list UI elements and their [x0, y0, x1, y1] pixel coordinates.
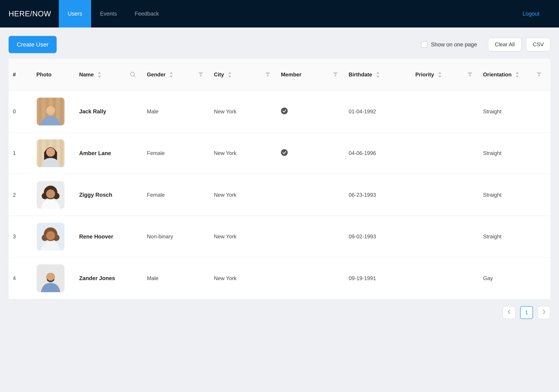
logout-link[interactable]: Logout — [522, 11, 539, 17]
main-content: Create User Show on one page Clear All C… — [0, 27, 559, 319]
chevron-right-icon — [541, 309, 547, 315]
cell-photo — [30, 139, 73, 167]
cell-photo — [30, 181, 73, 209]
cell-city: New York — [207, 109, 274, 115]
app-logo: HERE/NOW — [0, 0, 59, 27]
table-row: 2 Ziggy Rosch Female New York 06-23-1993… — [9, 174, 550, 216]
table-row: 4 Zander Jones Male New York 09-19-1991 … — [9, 258, 550, 300]
page-1-button[interactable]: 1 — [520, 306, 533, 319]
column-header-priority: Priority — [409, 59, 477, 91]
table-row: 0 Jack Rally Male New York 01-04-1992 St… — [9, 91, 550, 133]
user-photo — [37, 264, 65, 292]
column-header-photo: Photo — [30, 59, 73, 91]
column-header-name: Name — [73, 59, 140, 91]
pagination: 1 — [9, 299, 550, 319]
cell-member — [275, 149, 342, 157]
cell-photo — [30, 223, 73, 251]
cell-orientation: Straight — [477, 234, 546, 240]
cell-birthdate: 09-02-1993 — [342, 234, 409, 240]
sort-icon[interactable] — [515, 71, 519, 78]
cell-name: Amber Lane — [73, 150, 140, 156]
filter-icon[interactable] — [467, 72, 472, 77]
sort-icon[interactable] — [438, 71, 441, 78]
cell-index: 2 — [9, 192, 30, 198]
user-photo — [37, 223, 65, 251]
cell-gender: Male — [140, 109, 207, 115]
cell-city: New York — [207, 234, 274, 240]
csv-button[interactable]: CSV — [526, 38, 550, 51]
chevron-left-icon — [507, 309, 512, 315]
cell-birthdate: 04-06-1996 — [342, 150, 409, 156]
toolbar: Create User Show on one page Clear All C… — [9, 36, 550, 53]
cell-birthdate: 01-04-1992 — [342, 109, 409, 115]
cell-member — [275, 108, 342, 116]
tab-events[interactable]: Events — [91, 0, 126, 27]
cell-orientation: Straight — [477, 109, 546, 115]
cell-index: 0 — [9, 109, 30, 115]
cell-name: Rene Hoover — [73, 234, 140, 240]
filter-icon[interactable] — [333, 72, 338, 77]
sort-icon[interactable] — [376, 71, 380, 78]
cell-gender: Female — [140, 192, 207, 198]
prev-page-button[interactable] — [503, 306, 515, 319]
cell-city: New York — [207, 275, 274, 282]
tab-feedback[interactable]: Feedback — [126, 0, 168, 27]
filter-icon[interactable] — [198, 72, 203, 77]
search-icon[interactable] — [130, 72, 136, 78]
column-header-city: City — [207, 59, 274, 91]
sort-icon[interactable] — [98, 71, 101, 78]
sort-icon[interactable] — [169, 71, 173, 78]
cell-name: Ziggy Rosch — [73, 192, 140, 198]
column-header-member: Member — [275, 59, 342, 91]
app-root: HERE/NOW Users Events Feedback Logout Cr… — [0, 0, 559, 392]
cell-gender: Male — [140, 275, 207, 282]
users-table: # Photo Name Gender — [9, 59, 550, 299]
table-header-row: # Photo Name Gender — [9, 59, 550, 91]
cell-orientation: Gay — [477, 275, 546, 282]
cell-orientation: Straight — [477, 150, 546, 156]
cell-gender: Non-binary — [140, 234, 207, 240]
column-header-gender: Gender — [140, 59, 207, 91]
cell-city: New York — [207, 192, 274, 198]
user-photo — [37, 139, 65, 167]
column-header-birthdate: Birthdate — [342, 59, 409, 91]
cell-gender: Female — [140, 150, 207, 156]
clear-all-button[interactable]: Clear All — [488, 38, 522, 51]
cell-photo — [30, 264, 73, 292]
member-check-icon — [281, 108, 288, 114]
filter-icon[interactable] — [537, 72, 541, 77]
user-photo — [37, 98, 65, 125]
navbar: HERE/NOW Users Events Feedback Logout — [0, 0, 559, 27]
sort-icon[interactable] — [228, 71, 232, 78]
member-check-icon — [281, 149, 288, 156]
cell-orientation: Straight — [477, 192, 546, 198]
cell-photo — [30, 98, 73, 125]
cell-birthdate: 06-23-1993 — [342, 192, 409, 198]
cell-birthdate: 09-19-1991 — [342, 275, 409, 282]
user-photo — [37, 181, 65, 209]
nav-tabs: Users Events Feedback — [59, 0, 168, 27]
tab-users[interactable]: Users — [59, 0, 91, 27]
create-user-button[interactable]: Create User — [9, 36, 57, 53]
toolbar-right: Show on one page Clear All CSV — [421, 38, 550, 51]
table-row: 3 Rene Hoover Non-binary New York 09-02-… — [9, 216, 550, 258]
cell-name: Jack Rally — [73, 109, 140, 115]
table-row: 1 Amber Lane Female New York 04-06-1996 … — [9, 133, 550, 174]
cell-index: 1 — [9, 150, 30, 156]
show-on-one-page-label[interactable]: Show on one page — [431, 41, 477, 48]
show-on-one-page-checkbox[interactable] — [421, 41, 427, 48]
column-header-orientation: Orientation — [477, 59, 546, 91]
next-page-button[interactable] — [538, 306, 550, 319]
column-header-index: # — [9, 59, 30, 91]
cell-index: 3 — [9, 234, 30, 240]
cell-index: 4 — [9, 275, 30, 282]
cell-city: New York — [207, 150, 274, 156]
filter-icon[interactable] — [265, 72, 270, 77]
cell-name: Zander Jones — [73, 275, 140, 282]
